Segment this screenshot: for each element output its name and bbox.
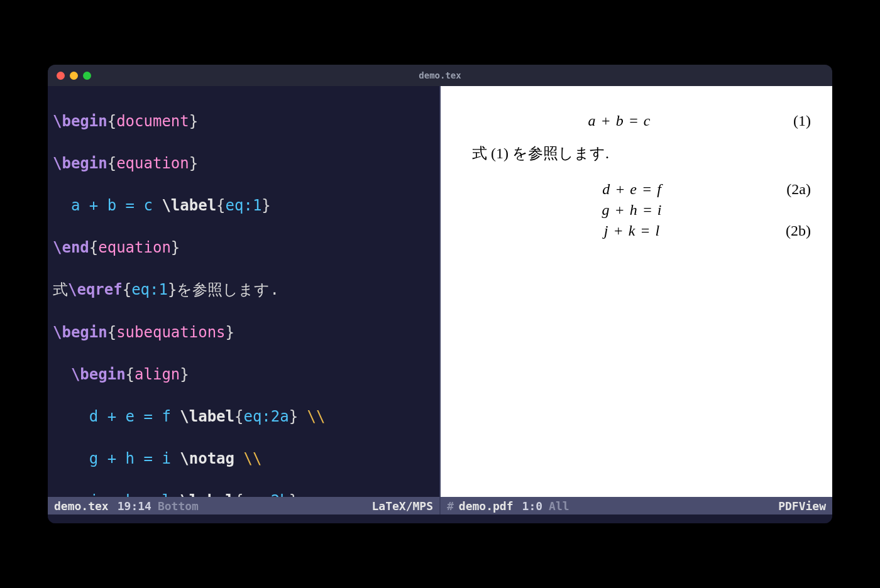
code-line: a + b = c \label{eq:1}: [48, 195, 439, 217]
statusbar-right: # demo.pdf 1:0 All PDFView: [441, 497, 832, 514]
code-line: d + e = f \label{eq:2a} \\: [48, 406, 439, 428]
pdf-equation: j + k = l (2b): [497, 222, 811, 239]
source-pane: \begin{document} \begin{equation} a + b …: [48, 86, 441, 514]
code-line: \begin{align}: [48, 364, 439, 386]
cursor-position: 1:0: [522, 499, 543, 513]
cursor-position: 19:14: [118, 499, 151, 513]
scroll-location: Bottom: [158, 499, 199, 513]
code-line: \begin{document}: [48, 111, 439, 133]
minimize-icon[interactable]: [70, 72, 78, 80]
zoom-icon[interactable]: [83, 72, 91, 80]
pdf-pane: a + b = c (1) 式 (1) を参照します. d + e = f (2…: [441, 86, 832, 514]
code-editor[interactable]: \begin{document} \begin{equation} a + b …: [48, 86, 439, 497]
major-mode: LaTeX/MPS: [371, 499, 433, 513]
statusbar-left: demo.tex 19:14 Bottom LaTeX/MPS: [48, 497, 439, 514]
buffer-name: demo.tex: [54, 499, 109, 513]
code-line: \end{equation}: [48, 237, 439, 259]
titlebar: demo.tex: [48, 65, 832, 86]
window-title: demo.tex: [419, 70, 461, 80]
close-icon[interactable]: [57, 72, 65, 80]
code-line: g + h = i \notag \\: [48, 449, 439, 470]
pdf-equation: a + b = c (1): [472, 112, 811, 129]
code-line: \begin{subequations}: [48, 322, 439, 344]
code-line: 式\eqref{eq:1}を参照します.: [48, 280, 439, 301]
pdf-equation: g + h = i: [497, 202, 811, 219]
window-controls: [57, 72, 91, 80]
pdf-view[interactable]: a + b = c (1) 式 (1) を参照します. d + e = f (2…: [441, 86, 832, 497]
modified-indicator: #: [447, 499, 454, 513]
scroll-location: All: [549, 499, 569, 513]
editor-window: demo.tex \begin{document} \begin{equatio…: [48, 65, 832, 523]
minibuffer[interactable]: [48, 514, 832, 523]
buffer-name: demo.pdf: [459, 499, 514, 513]
pdf-equation: d + e = f (2a): [497, 181, 811, 198]
pdf-text: 式 (1) を参照します.: [472, 143, 811, 163]
split-body: \begin{document} \begin{equation} a + b …: [48, 86, 832, 514]
major-mode: PDFView: [778, 499, 826, 513]
code-line: \begin{equation}: [48, 153, 439, 175]
code-line: j + k = l \label{eq:2b}: [48, 491, 439, 497]
